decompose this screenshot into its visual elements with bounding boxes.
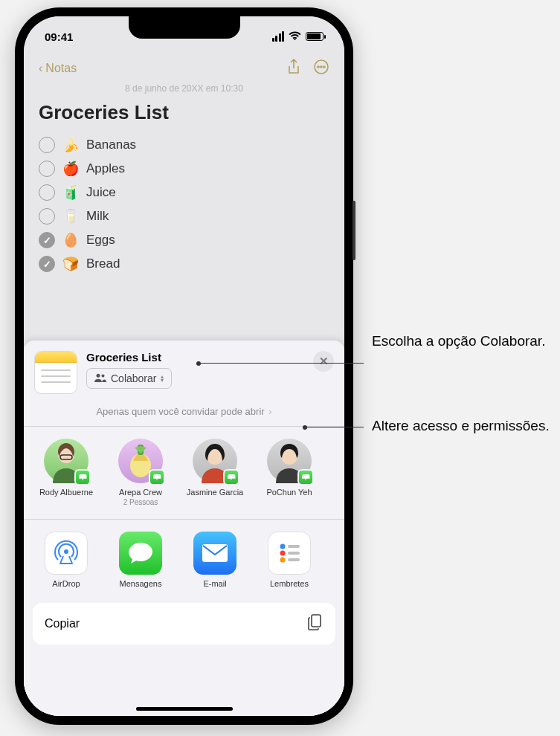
checkbox-icon[interactable] bbox=[39, 232, 55, 248]
list-item[interactable]: 🍎 Apples bbox=[39, 157, 329, 181]
item-label: Bananas bbox=[86, 138, 136, 152]
messages-badge-icon bbox=[74, 469, 91, 485]
battery-icon bbox=[306, 32, 324, 41]
list-item[interactable]: 🥛 Milk bbox=[39, 204, 329, 228]
callout-permissions: Altere acesso e permissões. bbox=[372, 416, 550, 436]
checkbox-icon[interactable] bbox=[39, 161, 55, 177]
callout-collaborate: Escolha a opção Colaborar. bbox=[372, 332, 545, 351]
app-mail[interactable]: E-mail bbox=[183, 532, 247, 588]
people-icon bbox=[94, 372, 106, 384]
checkbox-icon[interactable] bbox=[39, 208, 55, 225]
cellular-icon bbox=[272, 31, 285, 42]
contact-sub: 2 Pessoas bbox=[109, 498, 173, 508]
collaborate-dropdown[interactable]: Colaborar ▴▾ bbox=[86, 368, 172, 389]
svg-point-16 bbox=[280, 551, 286, 556]
copy-icon bbox=[307, 613, 324, 634]
list-item[interactable]: 🧃 Juice bbox=[39, 181, 329, 204]
app-label: Mensagens bbox=[109, 579, 173, 588]
apps-row: AirDrop Mensagens E-mail bbox=[24, 520, 344, 598]
list-item[interactable]: 🍌 Bananas bbox=[39, 133, 329, 157]
item-emoji: 🥚 bbox=[62, 232, 79, 248]
svg-point-5 bbox=[102, 375, 105, 378]
avatar bbox=[118, 439, 163, 483]
back-button[interactable]: ‹ Notas bbox=[39, 62, 77, 75]
share-icon[interactable] bbox=[286, 59, 301, 78]
item-label: Eggs bbox=[86, 233, 115, 248]
app-reminders[interactable]: Lembretes bbox=[257, 532, 321, 588]
svg-point-3 bbox=[324, 66, 325, 68]
copy-action[interactable]: Copiar bbox=[33, 603, 335, 645]
chevron-left-icon: ‹ bbox=[39, 62, 42, 75]
iphone-frame: 09:41 ‹ Notas bbox=[15, 7, 353, 725]
list-item[interactable]: 🍞 Bread bbox=[39, 252, 329, 276]
svg-rect-13 bbox=[202, 544, 228, 562]
contacts-row: Rody Albuerne Arepa Crew 2 Pessoas Jas bbox=[24, 427, 344, 520]
close-button[interactable]: ✕ bbox=[313, 351, 334, 372]
svg-point-2 bbox=[321, 66, 322, 68]
chevron-right-icon: › bbox=[268, 406, 271, 417]
app-airdrop[interactable]: AirDrop bbox=[34, 532, 98, 588]
callout-line bbox=[305, 427, 364, 427]
more-icon[interactable] bbox=[313, 59, 329, 78]
share-sheet: Groceries List Colaborar ▴▾ ✕ Apenas que… bbox=[24, 340, 344, 716]
app-messages[interactable]: Mensagens bbox=[109, 532, 173, 588]
app-label: AirDrop bbox=[34, 579, 98, 588]
svg-point-14 bbox=[280, 544, 286, 549]
checklist: 🍌 Bananas 🍎 Apples 🧃 Juice 🥛 Milk bbox=[39, 133, 329, 276]
permission-label: Apenas quem você convidar pode abrir bbox=[96, 406, 264, 417]
contact-item[interactable]: PoChun Yeh bbox=[257, 439, 321, 507]
note-thumbnail-icon bbox=[34, 351, 77, 394]
contact-name: Rody Albuerne bbox=[34, 488, 98, 498]
item-label: Juice bbox=[86, 185, 116, 200]
note-title: Groceries List bbox=[39, 101, 329, 124]
item-label: Bread bbox=[86, 256, 120, 271]
svg-point-1 bbox=[318, 66, 319, 68]
actions-list: Copiar bbox=[33, 603, 335, 645]
collaborate-label: Colaborar bbox=[111, 372, 156, 384]
item-label: Apples bbox=[86, 161, 125, 176]
contact-name: Jasmine Garcia bbox=[183, 488, 247, 498]
nav-bar: ‹ Notas bbox=[39, 52, 329, 85]
close-icon: ✕ bbox=[319, 355, 329, 368]
notch bbox=[129, 16, 240, 39]
home-indicator[interactable] bbox=[136, 707, 233, 711]
item-emoji: 🥛 bbox=[62, 208, 79, 225]
item-emoji: 🍌 bbox=[62, 137, 79, 153]
checkbox-icon[interactable] bbox=[39, 137, 55, 153]
status-time: 09:41 bbox=[45, 30, 73, 43]
contact-item[interactable]: Jasmine Garcia bbox=[183, 439, 247, 507]
checkbox-icon[interactable] bbox=[39, 256, 55, 272]
contact-item[interactable]: Rody Albuerne bbox=[34, 439, 98, 507]
item-emoji: 🧃 bbox=[62, 184, 79, 201]
messages-icon bbox=[119, 532, 162, 575]
contact-item[interactable]: Arepa Crew 2 Pessoas bbox=[109, 439, 173, 507]
chevron-updown-icon: ▴▾ bbox=[161, 375, 164, 382]
sheet-header: Groceries List Colaborar ▴▾ ✕ bbox=[24, 340, 344, 401]
wifi-icon bbox=[289, 30, 301, 43]
airdrop-icon bbox=[45, 532, 88, 575]
avatar bbox=[267, 439, 312, 483]
item-emoji: 🍞 bbox=[62, 256, 79, 272]
app-label: Lembretes bbox=[257, 579, 321, 588]
mail-icon bbox=[193, 532, 236, 575]
messages-badge-icon bbox=[149, 469, 165, 485]
messages-badge-icon bbox=[297, 469, 314, 485]
side-button bbox=[353, 201, 355, 260]
status-right bbox=[272, 30, 324, 43]
note-content: ‹ Notas 8 de junho de 20XX em 10:30 Groc… bbox=[24, 52, 344, 276]
svg-rect-15 bbox=[288, 545, 300, 548]
list-item[interactable]: 🥚 Eggs bbox=[39, 228, 329, 252]
checkbox-icon[interactable] bbox=[39, 184, 55, 201]
permission-row[interactable]: Apenas quem você convidar pode abrir › bbox=[24, 401, 344, 427]
note-date: 8 de junho de 20XX em 10:30 bbox=[39, 83, 329, 94]
contact-name: Arepa Crew bbox=[109, 488, 173, 498]
svg-rect-20 bbox=[312, 615, 321, 627]
svg-point-12 bbox=[64, 549, 68, 554]
callout-line bbox=[199, 363, 364, 364]
app-label: E-mail bbox=[183, 579, 247, 588]
svg-point-4 bbox=[97, 374, 100, 378]
back-label: Notas bbox=[45, 62, 77, 75]
contact-name: PoChun Yeh bbox=[257, 488, 321, 498]
svg-rect-17 bbox=[288, 552, 300, 555]
screen: 09:41 ‹ Notas bbox=[24, 16, 344, 716]
